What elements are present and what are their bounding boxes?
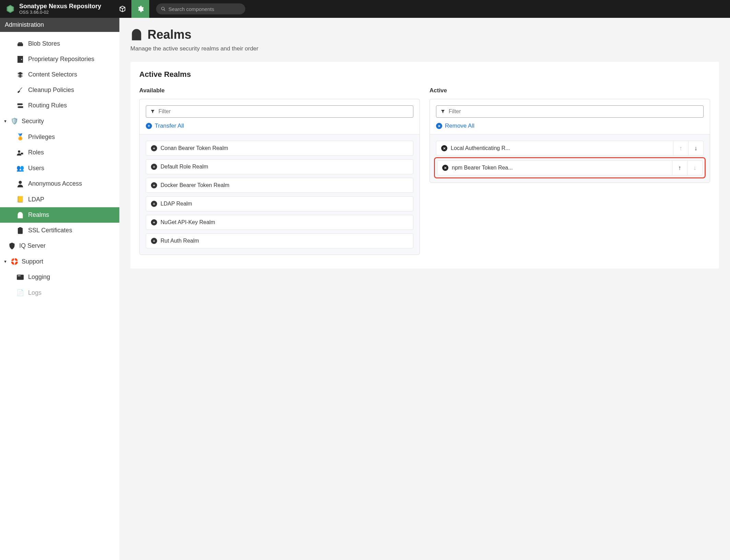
- realm-label: Docker Bearer Token Realm: [161, 182, 229, 188]
- svg-rect-0: [17, 43, 23, 46]
- realm-label: Default Role Realm: [161, 164, 208, 170]
- security-icon: 🛡️: [11, 117, 18, 125]
- available-filter-input[interactable]: [158, 108, 409, 115]
- realms-icon: [16, 212, 24, 219]
- add-icon: +: [151, 238, 157, 244]
- sidebar-item-roles[interactable]: Roles: [0, 145, 119, 160]
- available-filter[interactable]: [146, 105, 413, 118]
- active-realm-item: ✕npm Bearer Token Rea...↑↓: [437, 160, 703, 175]
- realm-label: NuGet API-Key Realm: [161, 219, 215, 225]
- door-icon: [16, 56, 24, 63]
- search-box[interactable]: [156, 3, 245, 14]
- app-header: Sonatype Nexus Repository OSS 3.66.0-02: [0, 0, 730, 18]
- move-up-button: ↑: [673, 141, 688, 155]
- sidebar-item-privileges[interactable]: 🏅 Privileges: [0, 129, 119, 145]
- move-down-button[interactable]: ↓: [688, 141, 703, 155]
- realm-label: Local Authenticating R...: [451, 145, 510, 151]
- svg-point-7: [19, 181, 22, 184]
- available-realm-item[interactable]: +Rut Auth Realm: [146, 233, 413, 248]
- sidebar-label: Users: [28, 165, 44, 172]
- add-icon: +: [151, 219, 157, 225]
- sidebar-label: Roles: [28, 149, 44, 156]
- sidebar-label: Anonymous Access: [28, 180, 82, 187]
- sidebar-label: IQ Server: [19, 242, 46, 249]
- available-realm-item[interactable]: +Default Role Realm: [146, 159, 413, 174]
- logging-icon: [16, 275, 24, 280]
- sidebar-label: Proprietary Repositories: [28, 56, 94, 63]
- sidebar-label: Routing Rules: [28, 102, 67, 109]
- main-content: Realms Manage the active security realms…: [119, 18, 730, 560]
- remove-icon: ✕: [441, 145, 447, 151]
- realms-panel: Active Realms Available: [130, 62, 719, 269]
- available-realm-item[interactable]: +NuGet API-Key Realm: [146, 215, 413, 230]
- shield-icon: [8, 243, 16, 249]
- sidebar-item-blob-stores[interactable]: Blob Stores: [0, 36, 119, 51]
- available-realm-item[interactable]: +LDAP Realm: [146, 196, 413, 211]
- active-realm-item: ✕Local Authenticating R...↑↓: [436, 141, 704, 156]
- search-input[interactable]: [168, 6, 240, 12]
- sidebar-item-users[interactable]: 👥 Users: [0, 160, 119, 176]
- sidebar-item-proprietary-repositories[interactable]: Proprietary Repositories: [0, 51, 119, 67]
- svg-rect-11: [18, 276, 21, 276]
- available-realm-item[interactable]: +Conan Bearer Token Realm: [146, 141, 413, 156]
- active-realm-label-area[interactable]: ✕Local Authenticating R...: [436, 141, 673, 155]
- app-title: Sonatype Nexus Repository: [19, 3, 101, 10]
- sidebar-item-anonymous-access[interactable]: Anonymous Access: [0, 176, 119, 191]
- sidebar-group-label: Support: [22, 258, 43, 265]
- move-up-button[interactable]: ↑: [672, 161, 687, 175]
- sidebar-item-logging[interactable]: Logging: [0, 269, 119, 285]
- sidebar-item-content-selectors[interactable]: Content Selectors: [0, 67, 119, 82]
- sidebar-label: Content Selectors: [28, 71, 77, 78]
- brand: Sonatype Nexus Repository OSS 3.66.0-02: [0, 3, 107, 15]
- active-realm-label-area[interactable]: ✕npm Bearer Token Rea...: [437, 161, 672, 175]
- browse-button[interactable]: [114, 0, 131, 18]
- move-down-button: ↓: [687, 161, 702, 175]
- sidebar-label: Logs: [28, 289, 42, 296]
- svg-rect-4: [19, 106, 23, 108]
- sidebar-item-cleanup-policies[interactable]: Cleanup Policies: [0, 82, 119, 98]
- sidebar-item-iq-server[interactable]: IQ Server: [0, 238, 119, 254]
- svg-rect-8: [18, 228, 23, 234]
- available-realm-item[interactable]: +Docker Bearer Token Realm: [146, 178, 413, 193]
- add-icon: +: [151, 164, 157, 170]
- realm-label: npm Bearer Token Rea...: [452, 165, 513, 171]
- sidebar-label: Realms: [28, 211, 49, 219]
- active-filter-input[interactable]: [449, 108, 699, 115]
- lifebuoy-icon: 🛟: [11, 258, 18, 265]
- sidebar-item-logs[interactable]: 📄 Logs: [0, 285, 119, 301]
- blob-icon: [16, 41, 24, 47]
- page-title: Realms: [148, 27, 191, 42]
- admin-gear-button[interactable]: [131, 0, 149, 18]
- sidebar-item-ssl-certificates[interactable]: SSL Certificates: [0, 223, 119, 238]
- sidebar-item-routing-rules[interactable]: Routing Rules: [0, 98, 119, 113]
- transfer-all-label: Transfer All: [155, 122, 184, 129]
- realm-label: Conan Bearer Token Realm: [161, 145, 228, 151]
- sidebar-item-realms[interactable]: Realms: [0, 207, 119, 223]
- signpost-icon: [16, 103, 24, 109]
- active-filter[interactable]: [436, 105, 704, 118]
- add-icon: +: [151, 182, 157, 188]
- svg-rect-9: [19, 227, 21, 229]
- sidebar-label: LDAP: [28, 196, 44, 203]
- sidebar-item-ldap[interactable]: 📒 LDAP: [0, 191, 119, 207]
- caret-down-icon: ▼: [3, 119, 7, 123]
- remove-icon: ✕: [442, 165, 448, 171]
- sidebar-header: Administration: [0, 18, 119, 32]
- remove-all-button[interactable]: ✕ Remove All: [436, 122, 704, 129]
- svg-rect-10: [17, 275, 24, 280]
- active-label: Active: [429, 87, 710, 94]
- panel-title: Active Realms: [139, 70, 710, 79]
- users-icon: 👥: [16, 164, 24, 172]
- svg-rect-6: [21, 153, 23, 154]
- realm-label: Rut Auth Realm: [161, 238, 199, 244]
- logs-icon: 📄: [16, 289, 24, 296]
- sidebar-label: Privileges: [28, 133, 55, 141]
- nexus-logo-icon: [5, 4, 15, 14]
- transfer-all-button[interactable]: + Transfer All: [146, 122, 413, 129]
- plus-circle-icon: +: [146, 123, 152, 129]
- sidebar-group-security[interactable]: ▼ 🛡️ Security: [0, 113, 119, 129]
- svg-rect-1: [17, 56, 23, 63]
- remove-all-label: Remove All: [445, 122, 474, 129]
- search-icon: [161, 7, 166, 11]
- sidebar-group-support[interactable]: ▼ 🛟 Support: [0, 254, 119, 269]
